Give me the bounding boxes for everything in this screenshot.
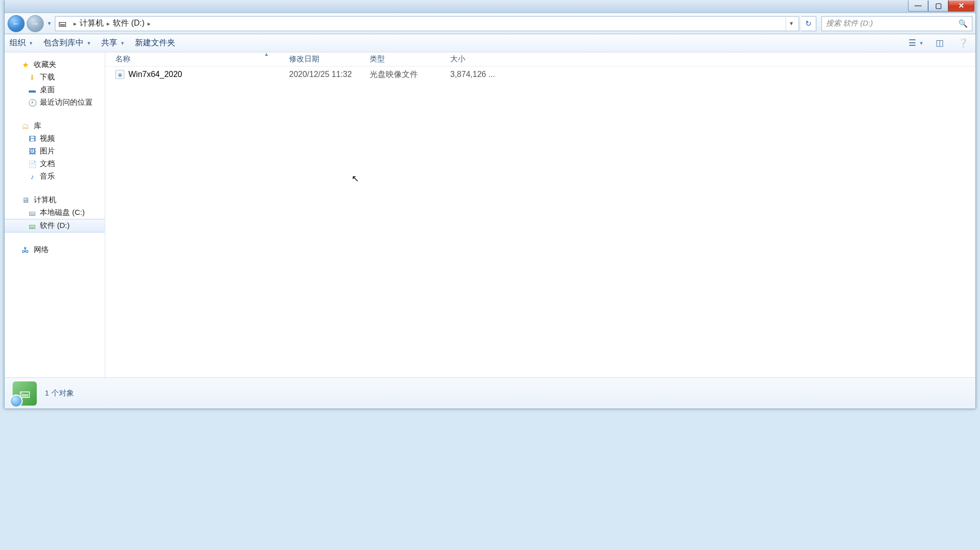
network-group: 🖧 网络 xyxy=(5,244,105,256)
iso-file-icon: ◉ xyxy=(115,70,124,79)
computer-group: 🖥 计算机 🖴 本地磁盘 (C:) 🖴 软件 (D:) xyxy=(5,194,105,232)
sidebar-item-music[interactable]: ♪ 音乐 xyxy=(5,170,105,183)
star-icon: ★ xyxy=(21,60,30,69)
forward-arrow-icon: → xyxy=(31,19,39,28)
file-row[interactable]: ◉ Win7x64_2020 2020/12/25 11:32 光盘映像文件 3… xyxy=(105,66,975,83)
drive-large-icon: 🖴 xyxy=(13,381,37,406)
back-button[interactable]: ← xyxy=(8,15,25,32)
chevron-down-icon: ▼ xyxy=(120,41,125,46)
breadcrumb-sep-icon: ▸ xyxy=(71,20,80,27)
column-size[interactable]: 大小 xyxy=(450,54,501,64)
sidebar-item-downloads[interactable]: ⬇ 下载 xyxy=(5,71,105,84)
document-icon: 📄 xyxy=(28,160,37,168)
address-bar[interactable]: 🖴 ▸ 计算机 ▸ 软件 (D:) ▸ ▼ xyxy=(55,16,799,31)
toolbar: 组织 ▼ 包含到库中 ▼ 共享 ▼ 新建文件夹 ☰ ▼ ◫ ❔ xyxy=(5,34,975,52)
sidebar-item-pictures[interactable]: 🖼 图片 xyxy=(5,145,105,158)
help-button[interactable]: ❔ xyxy=(956,38,970,48)
search-placeholder: 搜索 软件 (D:) xyxy=(826,19,873,28)
drive-icon: 🖴 xyxy=(28,222,37,230)
sidebar-item-drive-d[interactable]: 🖴 软件 (D:) xyxy=(5,219,105,232)
file-list: 名称 ▲ 修改日期 类型 大小 ◉ Win7x64_2020 2020/12/2… xyxy=(105,52,975,377)
sidebar-item-videos[interactable]: 🎞 视频 xyxy=(5,132,105,145)
file-date-cell: 2020/12/25 11:32 xyxy=(289,70,370,79)
file-size-cell: 3,874,126 ... xyxy=(450,70,501,79)
column-type[interactable]: 类型 xyxy=(370,54,450,64)
maximize-button[interactable]: ▢ xyxy=(928,1,948,12)
search-icon: 🔍 xyxy=(958,19,968,28)
window-controls: — ▢ ✕ xyxy=(908,1,974,12)
chevron-down-icon: ▼ xyxy=(919,41,924,46)
column-date[interactable]: 修改日期 xyxy=(289,54,370,64)
refresh-icon: ↻ xyxy=(805,19,812,28)
include-in-library-menu[interactable]: 包含到库中 ▼ xyxy=(43,38,91,48)
libraries-header[interactable]: 🗂 库 xyxy=(5,120,105,132)
breadcrumb-sep-icon: ▸ xyxy=(145,20,154,27)
sidebar-item-documents[interactable]: 📄 文档 xyxy=(5,158,105,170)
new-folder-label: 新建文件夹 xyxy=(135,38,175,48)
downloads-icon: ⬇ xyxy=(28,73,37,82)
column-headers: 名称 ▲ 修改日期 类型 大小 xyxy=(105,52,975,66)
close-button[interactable]: ✕ xyxy=(948,1,974,12)
computer-icon: 🖥 xyxy=(21,196,30,204)
organize-menu[interactable]: 组织 ▼ xyxy=(10,38,33,48)
libraries-group: 🗂 库 🎞 视频 🖼 图片 📄 文档 ♪ 音乐 xyxy=(5,120,105,183)
network-icon: 🖧 xyxy=(21,246,30,254)
cursor-icon: ↖ xyxy=(352,173,359,184)
status-bar: 🖴 1 个对象 xyxy=(5,377,975,409)
maximize-icon: ▢ xyxy=(935,2,942,9)
favorites-header[interactable]: ★ 收藏夹 xyxy=(5,58,105,71)
video-icon: 🎞 xyxy=(28,135,37,143)
music-icon: ♪ xyxy=(28,173,37,181)
close-icon: ✕ xyxy=(958,2,964,9)
share-menu[interactable]: 共享 ▼ xyxy=(101,38,125,48)
navigation-bar: ← → ▼ 🖴 ▸ 计算机 ▸ 软件 (D:) ▸ ▼ ↻ 搜索 软件 (D:)… xyxy=(5,13,975,34)
network-header[interactable]: 🖧 网络 xyxy=(5,244,105,256)
library-icon: 🗂 xyxy=(21,122,30,130)
share-label: 共享 xyxy=(101,38,117,48)
file-type-cell: 光盘映像文件 xyxy=(370,69,450,80)
breadcrumb-drive[interactable]: 软件 (D:) xyxy=(113,18,145,29)
file-name: Win7x64_2020 xyxy=(128,70,182,79)
address-dropdown-icon[interactable]: ▼ xyxy=(786,17,797,31)
content-area: ★ 收藏夹 ⬇ 下载 ▬ 桌面 🕘 最近访问的位置 🗂 xyxy=(5,52,975,377)
titlebar: — ▢ ✕ xyxy=(5,0,975,13)
new-folder-button[interactable]: 新建文件夹 xyxy=(135,38,175,48)
column-name[interactable]: 名称 ▲ xyxy=(115,54,289,64)
recent-icon: 🕘 xyxy=(28,99,37,107)
back-arrow-icon: ← xyxy=(12,19,20,28)
history-dropdown[interactable]: ▼ xyxy=(46,21,53,26)
explorer-window: — ▢ ✕ ← → ▼ 🖴 ▸ 计算机 ▸ 软件 (D:) ▸ ▼ ↻ 搜索 软… xyxy=(4,0,976,409)
sidebar-item-desktop[interactable]: ▬ 桌面 xyxy=(5,84,105,96)
preview-pane-button[interactable]: ◫ xyxy=(934,38,946,48)
picture-icon: 🖼 xyxy=(28,147,37,155)
drive-icon: 🖴 xyxy=(57,19,67,29)
view-mode-button[interactable]: ☰ ▼ xyxy=(906,38,924,48)
desktop-icon: ▬ xyxy=(28,86,37,94)
navigation-pane: ★ 收藏夹 ⬇ 下载 ▬ 桌面 🕘 最近访问的位置 🗂 xyxy=(5,52,105,377)
refresh-button[interactable]: ↻ xyxy=(801,16,816,31)
breadcrumb-computer[interactable]: 计算机 xyxy=(80,18,104,29)
sidebar-item-drive-c[interactable]: 🖴 本地磁盘 (C:) xyxy=(5,206,105,219)
favorites-group: ★ 收藏夹 ⬇ 下载 ▬ 桌面 🕘 最近访问的位置 xyxy=(5,58,105,109)
computer-header[interactable]: 🖥 计算机 xyxy=(5,194,105,206)
chevron-down-icon: ▼ xyxy=(87,41,91,46)
search-box[interactable]: 搜索 软件 (D:) 🔍 xyxy=(821,16,972,31)
list-view-icon: ☰ xyxy=(906,38,918,48)
breadcrumb-sep-icon: ▸ xyxy=(104,20,113,27)
minimize-icon: — xyxy=(915,2,922,9)
chevron-down-icon: ▼ xyxy=(29,41,33,46)
status-text: 1 个对象 xyxy=(45,388,74,398)
minimize-button[interactable]: — xyxy=(908,1,928,12)
sort-ascending-icon: ▲ xyxy=(264,51,269,57)
include-in-library-label: 包含到库中 xyxy=(43,38,84,48)
file-name-cell: ◉ Win7x64_2020 xyxy=(115,70,289,79)
organize-label: 组织 xyxy=(10,38,26,48)
drive-icon: 🖴 xyxy=(28,209,37,217)
forward-button[interactable]: → xyxy=(27,15,44,32)
sidebar-item-recent[interactable]: 🕘 最近访问的位置 xyxy=(5,96,105,109)
